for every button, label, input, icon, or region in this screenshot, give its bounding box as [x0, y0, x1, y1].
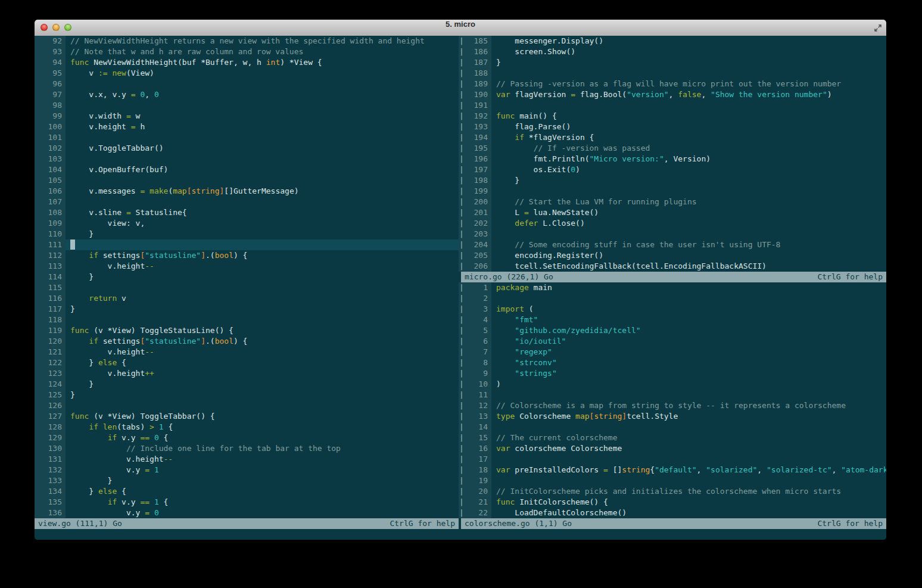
code-line[interactable]: |200 // Start the Lua VM for running plu…	[459, 197, 886, 207]
code-line[interactable]: 114 }	[35, 272, 459, 282]
code-line[interactable]: 135 if v.y == 1 {	[35, 497, 459, 508]
code-line[interactable]: |206 tcell.SetEncodingFallback(tcell.Enc…	[459, 261, 886, 272]
code-line[interactable]: 110 }	[35, 229, 459, 239]
code-text: return v	[66, 293, 459, 304]
code-line[interactable]: |188	[459, 68, 886, 79]
window-titlebar[interactable]: 5. micro	[35, 20, 886, 36]
code-line[interactable]: 126	[35, 400, 459, 411]
code-line[interactable]: 108 v.sline = Statusline{	[35, 207, 459, 218]
code-line[interactable]: |5 "github.com/zyedidia/tcell"	[459, 325, 886, 336]
code-line[interactable]: |194 if *flagVersion {	[459, 132, 886, 143]
code-line[interactable]: 127func (v *View) ToggleTabbar() {	[35, 411, 459, 422]
code-line[interactable]: |203	[459, 229, 886, 239]
code-line[interactable]: 117}	[35, 304, 459, 315]
code-line[interactable]: 94func NewViewWidthHeight(buf *Buffer, w…	[35, 57, 459, 68]
code-line[interactable]: |187}	[459, 57, 886, 68]
code-line[interactable]: |195 // If -version was passed	[459, 143, 886, 154]
code-line[interactable]: 130 // Include one line for the tab bar …	[35, 443, 459, 454]
code-line[interactable]: 129 if v.y == 0 {	[35, 433, 459, 443]
pane-divider: |	[459, 282, 464, 293]
code-line[interactable]: |191	[459, 100, 886, 111]
code-line[interactable]: |186 screen.Show()	[459, 46, 886, 57]
code-line[interactable]: |3import (	[459, 304, 886, 315]
code-line[interactable]: |11	[459, 390, 886, 400]
code-text	[491, 68, 886, 79]
code-line[interactable]: |192func main() {	[459, 111, 886, 122]
code-line[interactable]: |185 messenger.Display()	[459, 36, 886, 46]
code-line[interactable]: 118	[35, 315, 459, 325]
code-line[interactable]: |189// Passing -version as a flag will h…	[459, 79, 886, 89]
code-line[interactable]: |1package main	[459, 282, 886, 293]
code-line[interactable]: 116 return v	[35, 293, 459, 304]
code-line[interactable]: |18var preInstalledColors = []string{"de…	[459, 465, 886, 475]
code-line[interactable]: |12// Colorscheme is a map from string t…	[459, 400, 886, 411]
code-line[interactable]: 115	[35, 282, 459, 293]
code-line[interactable]: |201 L = lua.NewState()	[459, 207, 886, 218]
code-line[interactable]: |22 LoadDefaultColorscheme()	[459, 508, 886, 518]
code-line[interactable]: 123 v.height++	[35, 368, 459, 379]
pane-micro-go[interactable]: |185 messenger.Display()|186 screen.Show…	[459, 36, 886, 272]
code-line[interactable]: 113 v.height--	[35, 261, 459, 272]
code-line[interactable]: 99 v.width = w	[35, 111, 459, 122]
code-line[interactable]: |204 // Some encoding stuff in case the …	[459, 239, 886, 250]
code-line[interactable]: |8 "strconv"	[459, 357, 886, 368]
code-line[interactable]: 119func (v *View) ToggleStatusLine() {	[35, 325, 459, 336]
code-line[interactable]: |196 fmt.Println("Micro version:", Versi…	[459, 154, 886, 164]
code-line[interactable]: |2	[459, 293, 886, 304]
code-line[interactable]: 100 v.height = h	[35, 122, 459, 132]
code-line[interactable]: 124 }	[35, 379, 459, 390]
code-line[interactable]: |6 "io/ioutil"	[459, 336, 886, 347]
code-line[interactable]: |19	[459, 475, 886, 486]
code-line[interactable]: 97 v.x, v.y = 0, 0	[35, 89, 459, 100]
code-line[interactable]: 131 v.height--	[35, 454, 459, 465]
fullscreen-icon[interactable]	[873, 23, 883, 33]
code-line[interactable]: 134 } else {	[35, 486, 459, 497]
code-line[interactable]: 105	[35, 175, 459, 186]
pane-view-go[interactable]: 92// NewViewWidthHeight returns a new vi…	[35, 36, 459, 518]
code-line[interactable]: |190var flagVersion = flag.Bool("version…	[459, 89, 886, 100]
code-line[interactable]: 103	[35, 154, 459, 164]
code-line[interactable]: 112 if settings["statusline"].(bool) {	[35, 250, 459, 261]
code-line[interactable]: 107	[35, 197, 459, 207]
code-line[interactable]: 120 if settings["statusline"].(bool) {	[35, 336, 459, 347]
code-line[interactable]: 121 v.height--	[35, 347, 459, 357]
code-line[interactable]: 136 v.y = 0	[35, 508, 459, 518]
code-line[interactable]: |4 "fmt"	[459, 315, 886, 325]
code-line[interactable]: 133 }	[35, 475, 459, 486]
code-line[interactable]: 95 v := new(View)	[35, 68, 459, 79]
pane-colorscheme-go[interactable]: |1package main|2|3import (|4 "fmt"|5 "gi…	[459, 282, 886, 518]
code-line[interactable]: |17	[459, 454, 886, 465]
pane-divider: |	[459, 347, 464, 357]
code-line[interactable]: |13type Colorscheme map[string]tcell.Sty…	[459, 411, 886, 422]
code-line[interactable]: |198 }	[459, 175, 886, 186]
code-line[interactable]: 106 v.messages = make(map[string][]Gutte…	[35, 186, 459, 197]
code-line[interactable]: |202 defer L.Close()	[459, 218, 886, 229]
code-line[interactable]: 104 v.OpenBuffer(buf)	[35, 164, 459, 175]
code-line[interactable]: |15// The current colorscheme	[459, 433, 886, 443]
code-line[interactable]: 102 v.ToggleTabbar()	[35, 143, 459, 154]
code-line[interactable]: 93// Note that w and h are raw column an…	[35, 46, 459, 57]
code-line[interactable]: 125}	[35, 390, 459, 400]
code-line[interactable]: |21func InitColorscheme() {	[459, 497, 886, 508]
code-line[interactable]: |10)	[459, 379, 886, 390]
code-line[interactable]: 111	[35, 239, 459, 250]
code-line[interactable]: 92// NewViewWidthHeight returns a new vi…	[35, 36, 459, 46]
code-line[interactable]: |199	[459, 186, 886, 197]
line-number: 185	[464, 36, 491, 46]
code-line[interactable]: 132 v.y = 1	[35, 465, 459, 475]
code-line[interactable]: 98	[35, 100, 459, 111]
code-line[interactable]: 96	[35, 79, 459, 89]
code-line[interactable]: |193 flag.Parse()	[459, 122, 886, 132]
code-line[interactable]: 122 } else {	[35, 357, 459, 368]
code-line[interactable]: |7 "regexp"	[459, 347, 886, 357]
pane-divider: |	[459, 411, 464, 422]
code-line[interactable]: |9 "strings"	[459, 368, 886, 379]
code-line[interactable]: |16var colorscheme Colorscheme	[459, 443, 886, 454]
code-line[interactable]: |14	[459, 422, 886, 433]
code-line[interactable]: 101	[35, 132, 459, 143]
code-line[interactable]: 109 view: v,	[35, 218, 459, 229]
code-line[interactable]: |205 encoding.Register()	[459, 250, 886, 261]
code-line[interactable]: |197 os.Exit(0)	[459, 164, 886, 175]
code-line[interactable]: |20// InitColorscheme picks and initiali…	[459, 486, 886, 497]
code-line[interactable]: 128 if len(tabs) > 1 {	[35, 422, 459, 433]
